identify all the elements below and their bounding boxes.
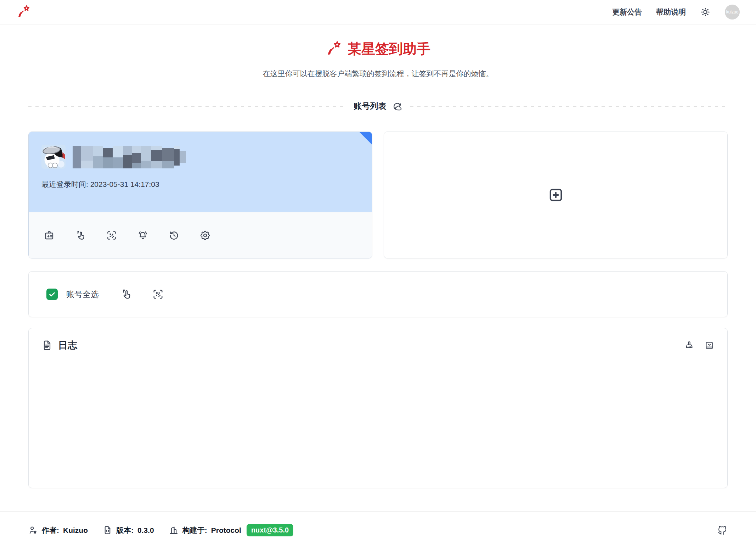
footer-author: 作者: Kuizuo [28, 525, 88, 535]
account-name-censored [73, 146, 186, 168]
page-subtitle: 在这里你可以在摆脱客户端繁琐的签到流程，让签到不再是你的烦恼。 [0, 69, 756, 79]
footer-version: 版本: 0.3.0 [103, 525, 154, 535]
account-section-divider: 账号列表 [28, 101, 728, 112]
last-login-label: 最近登录时间: [41, 180, 88, 188]
footer-build-value: Protocol [211, 526, 241, 535]
hand-click-icon [120, 288, 132, 300]
selected-corner-badge [359, 132, 372, 145]
footer-version-value: 0.3.0 [137, 526, 154, 535]
footer-build-label: 构建于: [182, 525, 207, 535]
navbar: 更新公告 帮助说明 kuizuo [0, 0, 756, 24]
qr-scan-icon [106, 230, 117, 241]
check-icon [48, 290, 56, 298]
hand-click-icon [75, 230, 86, 241]
last-login-row: 最近登录时间: 2023-05-31 14:17:03 [41, 179, 358, 189]
sun-icon [700, 7, 711, 17]
bell-ring-icon [137, 230, 148, 241]
footer-author-label: 作者: [42, 525, 59, 535]
checkin-button[interactable] [44, 230, 55, 241]
footer-build: 构建于: Protocol nuxt@3.5.0 [169, 524, 293, 536]
notify-button[interactable] [137, 230, 148, 241]
user-avatar[interactable]: kuizuo [725, 5, 740, 19]
footer-version-label: 版本: [116, 525, 134, 535]
file-text-icon [41, 340, 53, 351]
page-title: 某星签到助手 [326, 39, 430, 58]
batch-signin-button[interactable] [120, 288, 132, 300]
divider-dash-right [410, 106, 728, 107]
account-card-info: 最近登录时间: 2023-05-31 14:17:03 [29, 132, 372, 212]
page-title-text: 某星签到助手 [348, 39, 430, 58]
select-all-checkbox[interactable] [46, 289, 58, 300]
theme-toggle-button[interactable] [700, 7, 711, 17]
history-icon [168, 230, 180, 241]
log-panel: 日志 [28, 328, 728, 488]
manual-signin-button[interactable] [75, 230, 86, 241]
gear-icon [199, 230, 211, 241]
collapse-log-button[interactable] [704, 340, 715, 351]
qr-scan-icon [152, 288, 164, 300]
nav-link-updates[interactable]: 更新公告 [612, 7, 642, 17]
github-link[interactable] [717, 525, 728, 536]
divider-dash-left [28, 106, 346, 107]
log-title: 日志 [58, 339, 77, 352]
footer: 作者: Kuizuo 版本: 0.3.0 构建于: Protocol nuxt@… [0, 511, 756, 549]
select-all-row: 账号全选 [28, 271, 728, 317]
shooting-star-icon [326, 40, 343, 57]
batch-qr-scan-button[interactable] [152, 288, 164, 300]
id-badge-plus-icon [44, 230, 55, 241]
user-star-icon [28, 525, 38, 535]
account-avatar [41, 145, 66, 169]
hero: 某星签到助手 在这里你可以在摆脱客户端繁琐的签到流程，让签到不再是你的烦恼。 [0, 39, 756, 79]
account-card-toolbar [29, 212, 372, 258]
nav-link-help[interactable]: 帮助说明 [656, 7, 686, 17]
last-login-value: 2023-05-31 14:17:03 [90, 180, 159, 188]
settings-button[interactable] [199, 230, 211, 241]
logo-shooting-star-icon[interactable] [16, 5, 31, 19]
footer-author-value: Kuizuo [63, 526, 88, 535]
collapse-box-icon [704, 340, 715, 351]
clear-log-button[interactable] [684, 340, 694, 351]
select-all-label: 账号全选 [66, 289, 99, 300]
plus-square-icon [548, 187, 564, 203]
history-button[interactable] [168, 230, 180, 241]
nuxt-version-badge: nuxt@3.5.0 [247, 524, 293, 536]
github-icon [717, 525, 728, 536]
file-code-icon [103, 525, 112, 535]
navbar-actions: 更新公告 帮助说明 kuizuo [612, 5, 740, 19]
building-icon [169, 525, 179, 535]
account-section-title: 账号列表 [354, 101, 387, 112]
add-account-card[interactable] [384, 132, 728, 258]
qr-scan-button[interactable] [106, 230, 117, 241]
brush-clean-icon [684, 340, 694, 351]
account-card[interactable]: 最近登录时间: 2023-05-31 14:17:03 [28, 132, 372, 258]
account-grid: 最近登录时间: 2023-05-31 14:17:03 [28, 132, 728, 258]
cloud-sync-icon[interactable] [392, 101, 402, 112]
